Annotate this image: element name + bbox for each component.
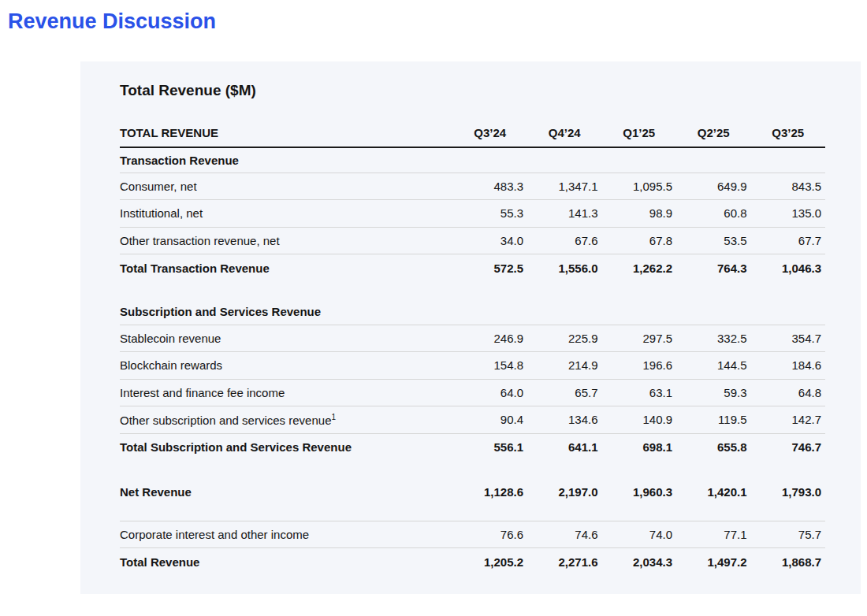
row-label: Net Revenue	[120, 479, 453, 507]
table-row: Interest and finance fee income64.065.76…	[120, 379, 825, 406]
value-cell: 483.3	[453, 173, 528, 200]
value-cell	[453, 147, 528, 173]
value-cell: 1,205.2	[453, 548, 528, 576]
row-label: Total Transaction Revenue	[120, 254, 453, 282]
table-row: Blockchain rewards154.8214.9196.6144.518…	[120, 352, 825, 380]
value-cell: 214.9	[527, 352, 602, 380]
value-cell: 698.1	[602, 433, 677, 461]
spacer-cell	[120, 281, 825, 299]
value-cell: 1,868.7	[751, 548, 826, 576]
row-label: Blockchain rewards	[120, 352, 453, 380]
value-cell: 556.1	[453, 433, 528, 461]
value-cell: 98.9	[602, 200, 677, 228]
value-cell: 1,347.1	[527, 173, 602, 200]
value-cell	[453, 299, 528, 325]
value-cell: 74.6	[527, 521, 602, 548]
column-header: Q1’25	[602, 113, 677, 147]
total-row: Total Revenue1,205.22,271.62,034.31,497.…	[120, 548, 825, 576]
total-row: Total Subscription and Services Revenue5…	[120, 433, 825, 461]
value-cell: 1,793.0	[751, 479, 826, 507]
value-cell: 67.6	[527, 227, 602, 254]
spacer-row	[120, 281, 825, 299]
table-body: Transaction RevenueConsumer, net483.31,3…	[120, 147, 825, 575]
revenue-table: TOTAL REVENUEQ3’24Q4’24Q1’25Q2’25Q3’25 T…	[120, 113, 825, 575]
value-cell: 354.7	[751, 325, 826, 352]
value-cell: 75.7	[751, 521, 826, 548]
value-cell: 225.9	[527, 325, 602, 352]
value-cell	[751, 147, 826, 173]
value-cell: 76.6	[453, 521, 528, 548]
spacer-row	[120, 461, 825, 479]
value-cell: 2,034.3	[602, 548, 677, 576]
row-label: Total Revenue	[120, 548, 453, 576]
table-row: Other transaction revenue, net34.067.667…	[120, 227, 825, 254]
value-cell: 1,420.1	[676, 479, 751, 507]
row-label: Transaction Revenue	[120, 147, 453, 173]
value-cell: 297.5	[602, 325, 677, 352]
column-header: Q3’24	[453, 113, 528, 147]
value-cell	[527, 299, 602, 325]
column-header: Q2’25	[676, 113, 751, 147]
value-cell: 144.5	[676, 352, 751, 380]
value-cell: 641.1	[527, 433, 602, 461]
value-cell: 119.5	[676, 406, 751, 434]
revenue-table-card: Total Revenue ($M) TOTAL REVENUEQ3’24Q4’…	[80, 61, 861, 594]
value-cell: 60.8	[676, 200, 751, 228]
value-cell: 53.5	[676, 227, 751, 254]
row-label: Institutional, net	[120, 200, 453, 228]
page-title: Revenue Discussion	[8, 9, 216, 34]
value-cell: 2,271.6	[527, 548, 602, 576]
value-cell: 764.3	[676, 254, 751, 282]
value-cell: 1,556.0	[527, 254, 602, 282]
value-cell: 63.1	[602, 379, 677, 406]
value-cell: 67.8	[602, 227, 677, 254]
value-cell: 154.8	[453, 352, 528, 380]
value-cell	[676, 299, 751, 325]
value-cell: 1,046.3	[751, 254, 826, 282]
value-cell: 746.7	[751, 433, 826, 461]
value-cell: 65.7	[527, 379, 602, 406]
row-label: Subscription and Services Revenue	[120, 299, 453, 325]
table-row: Consumer, net483.31,347.11,095.5649.9843…	[120, 173, 825, 200]
value-cell	[527, 147, 602, 173]
total-row: Total Transaction Revenue572.51,556.01,2…	[120, 254, 825, 282]
spacer-cell	[120, 461, 825, 479]
section-header-row: Subscription and Services Revenue	[120, 299, 825, 325]
row-label: Stablecoin revenue	[120, 325, 453, 352]
value-cell: 1,960.3	[602, 479, 677, 507]
table-row: Other subscription and services revenue1…	[120, 406, 825, 434]
value-cell: 184.6	[751, 352, 826, 380]
value-cell	[676, 147, 751, 173]
value-cell: 1,095.5	[602, 173, 677, 200]
value-cell: 90.4	[453, 406, 528, 434]
value-cell	[602, 299, 677, 325]
row-label: Other subscription and services revenue1	[120, 406, 453, 434]
value-cell: 64.8	[751, 379, 826, 406]
value-cell: 77.1	[676, 521, 751, 548]
row-label: Other transaction revenue, net	[120, 227, 453, 254]
value-cell: 64.0	[453, 379, 528, 406]
value-cell: 649.9	[676, 173, 751, 200]
value-cell: 59.3	[676, 379, 751, 406]
row-label: Interest and finance fee income	[120, 379, 453, 406]
value-cell: 2,197.0	[527, 479, 602, 507]
value-cell: 246.9	[453, 325, 528, 352]
value-cell: 141.3	[527, 200, 602, 228]
value-cell: 67.7	[751, 227, 826, 254]
column-header: Q3’25	[751, 113, 826, 147]
value-cell: 655.8	[676, 433, 751, 461]
table-row: Institutional, net55.3141.398.960.8135.0	[120, 200, 825, 228]
value-cell: 1,497.2	[676, 548, 751, 576]
spacer-cell	[120, 506, 825, 521]
value-cell: 572.5	[453, 254, 528, 282]
value-cell: 134.6	[527, 406, 602, 434]
table-row: Corporate interest and other income76.67…	[120, 521, 825, 548]
spacer-row	[120, 506, 825, 521]
value-cell	[751, 299, 826, 325]
row-label: Corporate interest and other income	[120, 521, 453, 548]
value-cell: 332.5	[676, 325, 751, 352]
column-header: Q4’24	[527, 113, 602, 147]
row-label: Consumer, net	[120, 173, 453, 200]
row-label: Total Subscription and Services Revenue	[120, 433, 453, 461]
value-cell: 74.0	[602, 521, 677, 548]
